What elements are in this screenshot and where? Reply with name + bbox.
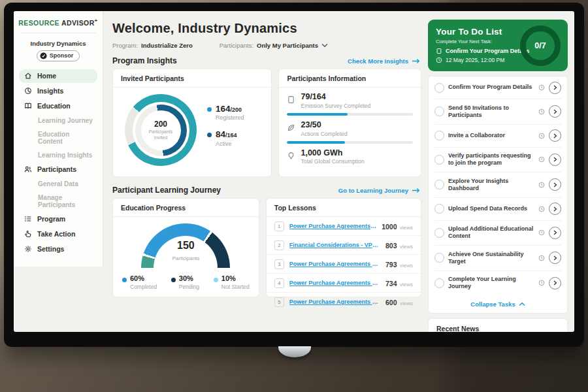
sidebar-item-learning-journey[interactable]: Learning Journey — [19, 114, 97, 127]
link-label: Go to Learning Journey — [338, 187, 408, 194]
task-go-button[interactable] — [549, 82, 561, 94]
task-label: Upload Additional Educational Content — [448, 225, 534, 240]
task-checkbox[interactable] — [434, 228, 444, 238]
task-go-button[interactable] — [549, 203, 561, 215]
card-title: Participants Information — [279, 69, 421, 88]
stat-label: Emission Survey Completed — [301, 103, 370, 109]
todo-due-date: 12 May 2025, 12:00 PM — [446, 57, 504, 63]
app-screen: RESOURCE ADVISOR+ Industry Dynamics Spon… — [14, 11, 574, 332]
todo-header-card: Your To Do List Complete Your Next Task:… — [428, 20, 568, 71]
chevron-up-icon — [519, 302, 525, 306]
collapse-tasks-link[interactable]: Collapse Tasks — [434, 295, 561, 313]
sidebar-item-program[interactable]: Program — [19, 212, 97, 226]
lesson-link[interactable]: Power Purchase Agreements 101 — [289, 223, 376, 229]
task-go-button[interactable] — [549, 227, 561, 239]
views-suffix: views — [400, 263, 413, 269]
task-row[interactable]: Invite a Collaborator — [434, 125, 561, 148]
task-go-button[interactable] — [549, 252, 561, 264]
lesson-views: 1000 — [382, 223, 397, 231]
people-icon — [24, 165, 32, 173]
clock-icon — [538, 84, 545, 91]
clock-icon — [538, 133, 545, 139]
lesson-rank: 1 — [274, 221, 284, 231]
donut-legend: 164/200 Registered 84/164 Active — [207, 105, 244, 156]
task-checkbox[interactable] — [434, 253, 444, 263]
nav-label: Take Action — [37, 230, 75, 238]
legend-value: 164 — [216, 104, 231, 114]
lesson-row: 1 Power Purchase Agreements 101 1000 vie… — [267, 217, 421, 236]
task-go-button[interactable] — [549, 277, 561, 289]
sidebar-item-take-action[interactable]: Take Action — [19, 227, 97, 241]
legend-active: 84/164 Active — [207, 130, 244, 147]
photo-background: RESOURCE ADVISOR+ Industry Dynamics Spon… — [0, 0, 588, 392]
legend-dot — [122, 278, 127, 282]
program-filter-value: Industrialize Zero — [141, 42, 193, 49]
nav-label: Program — [37, 215, 65, 223]
lesson-link[interactable]: Power Purchase Agreements 103 — [289, 299, 380, 305]
legend-dot — [207, 107, 212, 112]
stat-value: 23/50 — [301, 121, 347, 130]
task-row[interactable]: Upload Spend Data Records — [434, 198, 561, 221]
sidebar-item-manage-participants[interactable]: Manage Participants — [19, 191, 97, 211]
task-checkbox[interactable] — [434, 204, 444, 214]
sidebar-item-participants[interactable]: Participants — [19, 163, 97, 176]
task-go-button[interactable] — [549, 178, 561, 191]
task-label: Complete Your Learning Journey — [448, 276, 534, 291]
task-row[interactable]: Upload Additional Educational Content — [434, 221, 561, 246]
education-progress-card: Education Progress 150 Participants — [112, 198, 259, 297]
go-to-learning-journey-link[interactable]: Go to Learning Journey — [338, 187, 420, 194]
sponsor-icon — [40, 52, 47, 59]
legend-denominator: /200 — [231, 106, 242, 113]
lesson-row: 5 Power Purchase Agreements 103 600 view… — [267, 293, 421, 311]
sponsor-badge[interactable]: Sponsor — [37, 50, 80, 61]
task-go-button[interactable] — [549, 129, 561, 142]
task-checkbox[interactable] — [434, 278, 444, 288]
sidebar-item-settings[interactable]: Settings — [19, 242, 97, 256]
sidebar-item-home[interactable]: Home — [19, 69, 97, 83]
task-row[interactable]: Complete Your Learning Journey — [434, 271, 561, 296]
logo-plus: + — [95, 18, 98, 24]
task-row[interactable]: Confirm Your Program Details — [434, 76, 561, 99]
participants-information-card: Participants Information 79/164 Emission… — [278, 69, 421, 177]
task-row[interactable]: Achieve One Sustainability Target — [434, 246, 561, 271]
task-row[interactable]: Send 50 Invitations to Participants — [434, 99, 561, 125]
task-checkbox[interactable] — [434, 180, 444, 189]
views-suffix: views — [400, 301, 413, 306]
clock-icon — [538, 280, 545, 286]
participants-filter[interactable]: Participants: Only My Participants — [220, 42, 328, 49]
gauge-center-value: 150 — [141, 240, 230, 251]
lesson-link[interactable]: Power Purchase Agreements 101 — [289, 261, 380, 267]
sidebar-item-insights[interactable]: Insights — [19, 84, 97, 98]
clock-icon — [538, 229, 545, 236]
task-checkbox[interactable] — [434, 83, 444, 93]
lesson-views: 734 — [385, 280, 397, 287]
sidebar-item-learning-insights[interactable]: Learning Insights — [19, 149, 97, 161]
clock-icon — [538, 255, 545, 261]
task-go-button[interactable] — [549, 154, 561, 166]
recent-news-title: Recent News — [436, 325, 559, 332]
lesson-link[interactable]: Financial Considerations - VPPAs — [289, 242, 380, 248]
filter-bar: Program: Industrialize Zero Participants… — [112, 42, 421, 49]
todo-next-task: Confirm Your Program Details — [446, 48, 529, 54]
task-row[interactable]: Verify participants requesting to join t… — [434, 148, 561, 173]
lesson-row: 4 Power Purchase Agreements 102 734 view… — [267, 274, 421, 293]
lesson-link[interactable]: Power Purchase Agreements 102 — [289, 280, 380, 286]
education-gauge-chart: 150 Participants — [141, 223, 230, 269]
check-more-insights-link[interactable]: Check More Insights — [348, 57, 420, 65]
stat-value: 1,000 GWh — [301, 149, 364, 158]
collapse-label: Collapse Tasks — [470, 301, 515, 308]
task-go-button[interactable] — [549, 105, 561, 118]
sidebar-item-general-data[interactable]: General Data — [19, 178, 97, 190]
task-row[interactable]: Explore Your Insights Dashboard — [434, 172, 561, 198]
card-title: Invited Participants — [113, 69, 271, 88]
program-filter[interactable]: Program: Industrialize Zero — [112, 42, 203, 49]
task-checkbox[interactable] — [434, 131, 444, 140]
sidebar-item-education-content[interactable]: Education Content — [19, 128, 97, 148]
sidebar-item-education[interactable]: Education — [19, 99, 97, 113]
chevron-down-icon — [321, 43, 328, 48]
take-action-icon — [24, 230, 32, 238]
main-content: Welcome, Industry Dynamics Program: Indu… — [103, 11, 574, 332]
todo-progress-value: 0/7 — [534, 41, 546, 50]
task-checkbox[interactable] — [434, 106, 444, 116]
task-checkbox[interactable] — [434, 155, 444, 165]
